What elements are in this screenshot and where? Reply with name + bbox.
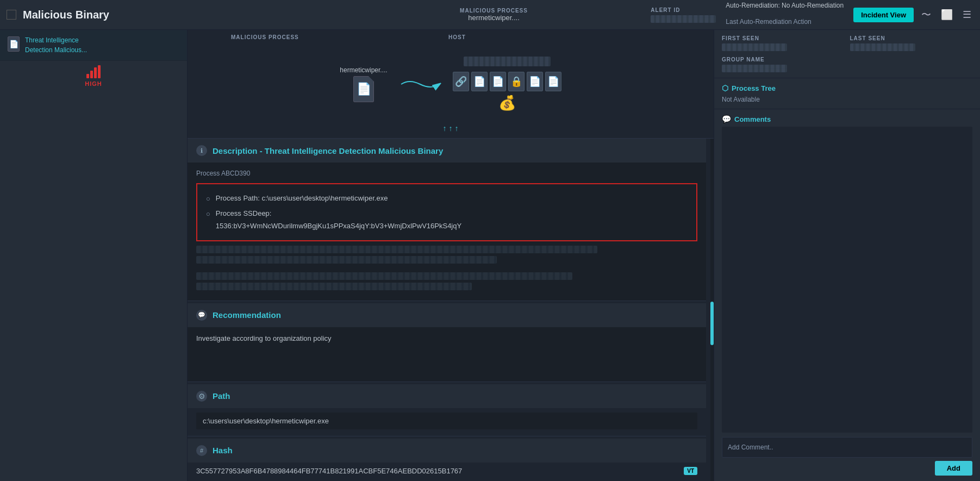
process-file-icon: 📄 — [353, 76, 374, 102]
viz-content: hermeticwiper.... 📄 — [188, 46, 714, 122]
comment-input[interactable]: Add Comment.. — [722, 437, 972, 458]
up-arrows: ↑↑↑ — [443, 124, 459, 133]
comments-icon: 💬 — [722, 115, 731, 123]
sidebar-alert-text: Threat Intelligence Detection Malicious.… — [25, 35, 87, 55]
alert-checkbox[interactable] — [7, 10, 16, 20]
host-files-row: 🔗 📄 📄 🔒 📄 📄 — [453, 72, 561, 91]
recommendation-content: Investigate according to organization po… — [188, 327, 706, 382]
viz-malicious-process-label: MALICIOUS PROCESS — [231, 34, 299, 40]
viz-area: MALICIOUS PROCESS HOST hermeticwiper....… — [188, 30, 714, 139]
blurred-line-1 — [196, 246, 597, 253]
process-ssdeep-item: ○ Process SSDeep: 1536:bV3+WmNcWDurilmw9… — [206, 208, 688, 232]
last-seen-field: LAST SEEN — [850, 35, 973, 51]
comment-placeholder: Add Comment.. — [728, 443, 773, 451]
alert-id-field: ALERT ID — [651, 7, 716, 23]
content-scroll[interactable]: ℹ Description - Threat Intelligence Dete… — [188, 139, 710, 481]
blurred-line-2 — [196, 256, 497, 264]
left-sidebar: 📄 Threat Intelligence Detection Maliciou… — [0, 30, 188, 481]
right-top-info: FIRST SEEN LAST SEEN GROUP NAME — [714, 30, 980, 78]
recommendation-section: 💬 Recommendation Investigate according t… — [188, 303, 706, 382]
scrollbar-thumb[interactable] — [710, 302, 714, 345]
malicious-process-label: MALICIOUS PROCESS — [460, 8, 528, 14]
path-content: c:\users\user\desktop\hermeticwiper.exe — [188, 408, 706, 436]
bullet-2: ○ — [206, 208, 210, 220]
list-icon-btn[interactable]: ☰ — [960, 7, 973, 23]
hash-header: # Hash — [188, 439, 706, 463]
vt-badge[interactable]: VT — [684, 467, 697, 475]
host-lock: 🔒 — [508, 72, 525, 91]
hash-value: 3C557727953A8F6B4788984464FB77741B821991… — [196, 467, 678, 475]
scrollbar-track[interactable] — [710, 139, 714, 481]
path-header: ⚙ Path — [188, 384, 706, 408]
incident-view-button[interactable]: Incident View — [853, 8, 914, 22]
host-bottom-row: 💰 — [498, 95, 516, 111]
description-title: Description - Threat Intelligence Detect… — [213, 146, 443, 155]
main-layout: 📄 Threat Intelligence Detection Maliciou… — [0, 30, 980, 481]
process-above: Process ABCD390 — [196, 168, 697, 179]
process-tree-icon: ⬡ — [722, 84, 728, 92]
rec-icon: 💬 — [196, 310, 207, 321]
recommendation-header: 💬 Recommendation — [188, 303, 706, 327]
description-section: ℹ Description - Threat Intelligence Dete… — [188, 139, 706, 301]
info-icon: ℹ — [196, 145, 207, 156]
group-name-value — [722, 65, 787, 72]
process-tree-panel: ⬡ Process Tree Not Available — [714, 78, 980, 109]
path-value: c:\users\user\desktop\hermeticwiper.exe — [196, 413, 697, 429]
waveform-icon-btn[interactable]: 〜 — [919, 6, 933, 23]
path-title: Path — [213, 391, 230, 401]
group-name-label: GROUP NAME — [722, 57, 845, 63]
right-panel: FIRST SEEN LAST SEEN GROUP NAME ⬡ Proces… — [714, 30, 980, 481]
last-seen-label: LAST SEEN — [850, 35, 973, 41]
add-comment-row: Add — [722, 461, 972, 476]
top-bar: Malicious Binary MALICIOUS PROCESS herme… — [0, 0, 980, 30]
window-icon-btn[interactable]: ⬜ — [939, 7, 955, 23]
blurred-line-3 — [196, 272, 572, 280]
group-name-field: GROUP NAME — [722, 57, 845, 72]
process-name-viz: hermeticwiper.... — [340, 66, 387, 74]
hash-title: Hash — [213, 446, 233, 455]
auto-rem-line2: Last Auto-Remediation Action — [726, 18, 844, 26]
last-seen-value — [850, 43, 915, 51]
money-icon: 💰 — [498, 95, 516, 111]
hash-icon: # — [196, 445, 207, 456]
host-file-1: 🔗 — [453, 72, 469, 91]
recommendation-title: Recommendation — [213, 310, 281, 320]
host-file-4: 📄 — [527, 72, 543, 91]
sidebar-alert-item[interactable]: 📄 Threat Intelligence Detection Maliciou… — [0, 30, 187, 61]
process-tree-title: ⬡ Process Tree — [722, 84, 972, 92]
auto-rem-line1: Auto-Remediation: No Auto-Remediation — [726, 2, 844, 9]
first-seen-field: FIRST SEEN — [722, 35, 845, 51]
bullet-1: ○ — [206, 193, 210, 205]
process-name-header: hermeticwiper.... — [460, 14, 528, 22]
comments-title: 💬 Comments — [722, 115, 972, 123]
severity-bar-1 — [86, 74, 89, 78]
sidebar-severity: HIGH — [0, 61, 187, 91]
severity-bar-3 — [94, 67, 97, 78]
description-header: ℹ Description - Threat Intelligence Dete… — [188, 139, 706, 163]
viz-host-label: HOST — [448, 34, 466, 40]
severity-bar-4 — [98, 65, 101, 78]
alert-id-label: ALERT ID — [651, 7, 716, 13]
process-ssdeep-text: Process SSDeep: 1536:bV3+WmNcWDurilmw9Bg… — [216, 208, 461, 232]
host-file-2: 📄 — [471, 72, 488, 91]
arrow-connector — [398, 76, 442, 92]
page-title: Malicious Binary — [23, 9, 337, 21]
path-icon: ⚙ — [196, 391, 207, 402]
recommendation-text: Investigate according to organization po… — [196, 334, 332, 342]
severity-bar-2 — [90, 71, 93, 78]
process-path-item: ○ Process Path: c:\users\user\desktop\he… — [206, 192, 688, 205]
host-file-5: 📄 — [545, 72, 561, 91]
top-bar-actions: Incident View 〜 ⬜ ☰ — [853, 6, 973, 23]
host-cluster: 🔗 📄 📄 🔒 📄 📄 💰 — [453, 57, 561, 111]
hash-section: # Hash 3C557727953A8F6B4788984464FB77741… — [188, 439, 706, 481]
host-file-3: 📄 — [490, 72, 506, 91]
severity-bars — [86, 65, 101, 78]
first-seen-label: FIRST SEEN — [722, 35, 845, 41]
severity-label: HIGH — [85, 80, 102, 87]
add-comment-button[interactable]: Add — [935, 461, 972, 476]
host-address-blur — [464, 57, 551, 66]
process-block: hermeticwiper.... 📄 — [340, 66, 387, 102]
alert-id-value — [651, 15, 716, 23]
process-path-text: Process Path: c:\users\user\desktop\herm… — [216, 192, 388, 204]
path-section: ⚙ Path c:\users\user\desktop\hermeticwip… — [188, 384, 706, 436]
